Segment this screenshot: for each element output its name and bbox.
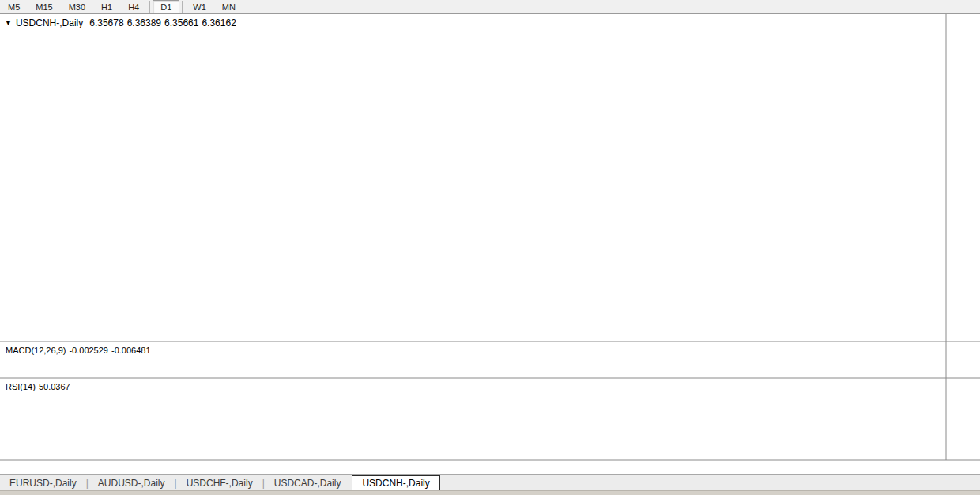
quote-low: 6.35661 (164, 17, 198, 28)
chart-tab-label: USDCNH-,Daily (362, 478, 429, 489)
mt4-window: M5M15M30H1H4D1W1MN ▼USDCNH-,Daily6.35678… (0, 0, 980, 495)
quote-high: 6.36389 (127, 17, 161, 28)
chart-tabs-bar: EURUSD-,Daily|AUDUSD-,Daily|USDCHF-,Dail… (0, 474, 980, 491)
timeframe-button-w1[interactable]: W1 (185, 0, 214, 13)
rsi-name: RSI(14) (6, 382, 36, 391)
chart-title: ▼USDCNH-,Daily6.356786.363896.356616.361… (5, 17, 239, 28)
macd-value-signal: -0.006481 (111, 346, 151, 355)
chart-tab-label: AUDUSD-,Daily (98, 478, 165, 489)
chart-symbol-label: USDCNH-,Daily (16, 17, 83, 28)
collapse-arrow-icon[interactable]: ▼ (5, 19, 12, 27)
timeframe-button-h1[interactable]: H1 (93, 0, 120, 13)
timeframe-button-m15[interactable]: M15 (28, 0, 60, 13)
timeframe-button-d1[interactable]: D1 (153, 0, 179, 13)
quote-close: 6.36162 (202, 17, 236, 28)
chart-tab-usdcnh[interactable]: USDCNH-,Daily (352, 475, 439, 492)
chart-tab-label: EURUSD-,Daily (9, 478, 77, 489)
macd-indicator-label: MACD(12,26,9)-0.002529-0.006481 (6, 346, 154, 355)
chart-tab-usdchf[interactable]: USDCHF-,Daily (177, 476, 262, 491)
timeframe-button-mn[interactable]: MN (214, 0, 243, 13)
quote-open: 6.35678 (89, 17, 123, 28)
rsi-indicator-label: RSI(14)50.0367 (6, 382, 74, 391)
macd-name: MACD(12,26,9) (6, 346, 66, 355)
timeframe-button-m30[interactable]: M30 (61, 0, 93, 13)
chart-tab-label: USDCAD-,Daily (274, 478, 341, 489)
macd-value-main: -0.002529 (69, 346, 108, 355)
chart-tab-usdcad[interactable]: USDCAD-,Daily (265, 476, 351, 491)
chart-area[interactable]: ▼USDCNH-,Daily6.356786.363896.356616.361… (0, 14, 980, 474)
timeframe-toolbar: M5M15M30H1H4D1W1MN (0, 0, 980, 14)
chart-tab-eurusd[interactable]: EURUSD-,Daily (0, 476, 86, 491)
chart-background (0, 14, 980, 474)
price-chart-svg[interactable] (0, 14, 980, 474)
timeframe-button-m5[interactable]: M5 (0, 0, 28, 13)
toolbar-separator (182, 1, 183, 13)
rsi-value: 50.0367 (39, 382, 70, 391)
chart-tab-audusd[interactable]: AUDUSD-,Daily (89, 476, 175, 491)
timeframe-button-h4[interactable]: H4 (120, 0, 147, 13)
window-bottom-strip (0, 490, 980, 495)
toolbar-separator (149, 1, 150, 13)
chart-tab-label: USDCHF-,Daily (187, 478, 253, 489)
